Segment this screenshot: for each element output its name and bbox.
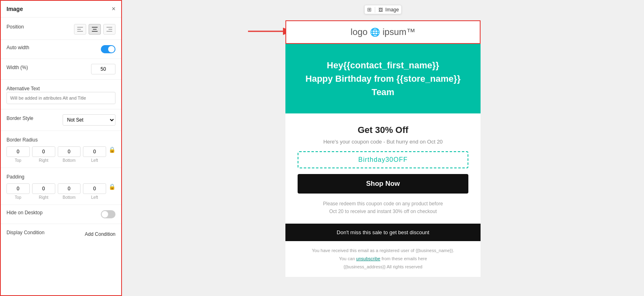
align-center-icon: [92, 27, 98, 32]
padding-bottom[interactable]: [58, 183, 81, 194]
footer-banner: Don't miss this sale to get best discoun…: [285, 224, 481, 241]
padding-label: Padding: [7, 174, 24, 180]
svg-rect-1: [77, 29, 81, 30]
toolbar-image-icon: 🖼: [379, 7, 383, 12]
width-input[interactable]: [91, 64, 115, 74]
footer-legal-line1: You have received this email as a regist…: [294, 247, 472, 255]
hero-section: Hey{{contact_first_name}} Happy Birthday…: [285, 44, 481, 113]
border-radius-label: Border Radius: [7, 137, 38, 143]
auto-width-section: Auto width: [1, 40, 121, 59]
footer-address: {{business_address}} All rights reserved: [294, 263, 472, 271]
border-radius-bottom-label: Bottom: [63, 158, 76, 163]
hero-line3: Team: [298, 85, 468, 99]
border-style-label: Border Style: [7, 115, 33, 121]
align-left-button[interactable]: [74, 24, 86, 35]
border-radius-top-label: Top: [15, 158, 21, 163]
footer-legal-text2: You can: [339, 256, 355, 261]
border-radius-left[interactable]: [83, 146, 106, 157]
logo-suffix: ipsum™: [383, 27, 416, 37]
border-radius-right-label: Right: [39, 158, 48, 163]
padding-top-cell: Top: [7, 183, 30, 200]
border-radius-top[interactable]: [7, 146, 30, 157]
padding-top-label: Top: [15, 195, 21, 200]
svg-rect-0: [77, 27, 83, 28]
hero-text: Hey{{contact_first_name}} Happy Birthday…: [298, 59, 468, 99]
add-condition-button[interactable]: Add Condition: [85, 231, 115, 237]
padding-section: Padding Top Right Bottom Left: [1, 168, 121, 205]
alt-text-label: Alternative Text: [7, 86, 40, 91]
toolbar-separator: [375, 7, 375, 13]
align-right-button[interactable]: [103, 24, 115, 35]
redeem-text: Please redeem this coupon code on any pr…: [298, 200, 468, 215]
image-toolbar: ⊞ 🖼 Image: [364, 5, 402, 14]
redeem-line2: Oct 20 to receive and instant 30% off on…: [298, 208, 468, 215]
logo-word: logo: [350, 27, 368, 37]
padding-lock-icon[interactable]: 🔒: [109, 183, 115, 190]
offer-title: Get 30% Off: [298, 125, 468, 135]
hide-desktop-section: Hide on Desktop: [1, 205, 121, 224]
unsubscribe-link[interactable]: unsubscribe: [356, 256, 380, 261]
footer-legal-text1: You have received this email as a regist…: [312, 248, 454, 253]
align-left-icon: [77, 27, 83, 32]
svg-rect-3: [92, 27, 98, 28]
border-style-select[interactable]: Not Set: [63, 114, 115, 126]
padding-bottom-label: Bottom: [63, 195, 76, 200]
globe-icon: 🌐: [370, 27, 380, 37]
border-radius-right-cell: Right: [32, 146, 55, 163]
align-right-icon: [107, 27, 112, 32]
hero-line1: Hey{{contact_first_name}}: [298, 59, 468, 72]
svg-rect-5: [92, 31, 98, 32]
email-preview-wrapper: ⊞ 🖼 Image logo 🌐 ipsum™ Hey{{contact_fir…: [285, 16, 481, 277]
offer-section: Get 30% Off Here's your coupon code - Bu…: [285, 113, 481, 224]
shop-now-button[interactable]: Shop Now: [298, 174, 468, 194]
padding-right-cell: Right: [32, 183, 55, 200]
width-section: Width (%): [1, 59, 121, 80]
toolbar-grid-icon: ⊞: [367, 7, 372, 13]
image-settings-panel: Image × Position: [0, 0, 122, 296]
svg-rect-4: [93, 29, 97, 30]
redeem-line1: Please redeem this coupon code on any pr…: [298, 200, 468, 208]
hide-desktop-label: Hide on Desktop: [7, 210, 43, 215]
email-logo-section: logo 🌐 ipsum™: [285, 20, 481, 44]
padding-right[interactable]: [32, 183, 55, 194]
footer-banner-text: Don't miss this sale to get best discoun…: [337, 229, 429, 235]
auto-width-toggle[interactable]: [101, 45, 115, 53]
border-style-section: Border Style Not Set: [1, 109, 121, 131]
footer-legal-text3: from these emails here: [381, 256, 427, 261]
border-radius-lock-icon[interactable]: 🔒: [109, 146, 115, 153]
coupon-code: Birthday30OFF: [298, 151, 468, 168]
svg-rect-6: [107, 27, 112, 28]
position-controls: [74, 24, 115, 35]
auto-width-label: Auto width: [7, 45, 29, 50]
border-radius-left-cell: Left: [83, 146, 106, 163]
position-label: Position: [7, 24, 24, 30]
offer-subtitle: Here's your coupon code - But hurry end …: [298, 139, 468, 145]
padding-right-label: Right: [39, 195, 48, 200]
padding-top[interactable]: [7, 183, 30, 194]
svg-rect-8: [107, 31, 112, 32]
width-label: Width (%): [7, 65, 28, 70]
hero-line2: Happy Birthday from {{store_name}}: [298, 72, 468, 85]
padding-left[interactable]: [83, 183, 106, 194]
toolbar-label: Image: [385, 7, 399, 13]
padding-bottom-cell: Bottom: [58, 183, 81, 200]
border-radius-right[interactable]: [32, 146, 55, 157]
footer-legal: You have received this email as a regist…: [285, 241, 481, 276]
logo-container: logo 🌐 ipsum™: [294, 27, 472, 37]
border-radius-top-cell: Top: [7, 146, 30, 163]
svg-rect-7: [109, 29, 112, 30]
padding-left-cell: Left: [83, 183, 106, 200]
border-radius-bottom-cell: Bottom: [58, 146, 81, 163]
border-radius-section: Border Radius Top Right Bottom Left: [1, 131, 121, 168]
display-condition-label: Display Condition: [7, 230, 44, 235]
border-radius-left-label: Left: [91, 158, 98, 163]
hide-desktop-toggle[interactable]: [101, 210, 115, 218]
align-center-button[interactable]: [89, 24, 101, 35]
svg-rect-2: [77, 31, 83, 32]
panel-title: Image: [7, 6, 23, 12]
border-radius-bottom[interactable]: [58, 146, 81, 157]
footer-legal-line2: You can unsubscribe from these emails he…: [294, 255, 472, 263]
close-button[interactable]: ×: [112, 6, 115, 12]
alt-text-input[interactable]: [7, 92, 115, 104]
display-condition-section: Display Condition Add Condition: [1, 224, 121, 244]
